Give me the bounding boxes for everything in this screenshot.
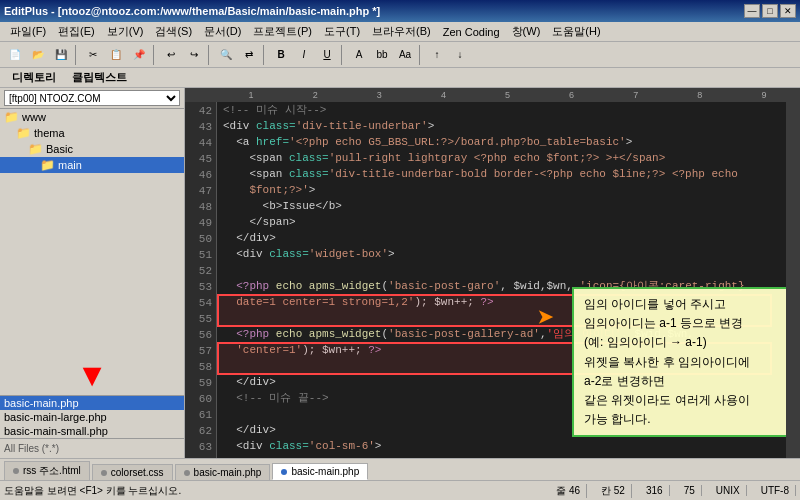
status-bar: 도움말을 보려면 <F1> 키를 누르십시오. 줄 46 칸 52 316 75… (0, 480, 800, 500)
btab-label-basic-main-1: basic-main.php (194, 467, 262, 478)
ruler-4: 4 (441, 90, 446, 100)
undo-button[interactable]: ↩ (160, 44, 182, 66)
window-title: EditPlus - [ntooz@ntooz.com:/www/thema/B… (4, 5, 380, 17)
code-line-42: <!-- 미슈 시작--> (223, 102, 786, 118)
folder-icon-thema: 📁 (16, 126, 31, 140)
folder-icon-main: 📁 (40, 158, 55, 172)
line-num-43: 43 (185, 119, 212, 135)
tb-extra-1[interactable]: A (348, 44, 370, 66)
cut-button[interactable]: ✂ (82, 44, 104, 66)
folder-icon: 📁 (4, 110, 19, 124)
code-line-52 (223, 262, 786, 278)
line-num-45: 45 (185, 151, 212, 167)
code-area[interactable]: 42 43 44 45 46 47 48 49 50 51 52 53 54 5… (185, 102, 800, 458)
code-content[interactable]: <!-- 미슈 시작--> <div class='div-title-unde… (217, 102, 786, 458)
tab-directory[interactable]: 디렉토리 (4, 70, 64, 85)
tb-extra-2[interactable]: bb (371, 44, 393, 66)
btab-basic-main-1[interactable]: basic-main.php (175, 464, 271, 480)
tooltip-arrow-icon: ➤ (537, 312, 555, 328)
btab-dot-rss (13, 468, 19, 474)
line-num-53: 53 (185, 279, 212, 295)
tree-item-www[interactable]: 📁 www (0, 109, 184, 125)
ruler-numbers: 1 2 3 4 5 6 7 8 9 (189, 90, 796, 100)
line-numbers: 42 43 44 45 46 47 48 49 50 51 52 53 54 5… (185, 102, 217, 458)
line-num-47: 47 (185, 183, 212, 199)
file-tree: 📁 www 📁 thema 📁 Basic 📁 main (0, 109, 184, 355)
find-button[interactable]: 🔍 (215, 44, 237, 66)
menu-edit[interactable]: 편집(E) (52, 22, 101, 41)
new-button[interactable]: 📄 (4, 44, 26, 66)
menu-doc[interactable]: 문서(D) (198, 22, 247, 41)
minimize-button[interactable]: — (744, 4, 760, 18)
menu-search[interactable]: 검색(S) (149, 22, 198, 41)
status-enc: UTF-8 (755, 485, 796, 496)
file-item-basic-main-large[interactable]: basic-main-large.php (0, 410, 184, 424)
toolbar-separator-1 (75, 45, 79, 65)
left-panel: [ftp00] NTOOZ.COM 📁 www 📁 thema 📁 Basic … (0, 88, 185, 458)
toolbar-separator-2 (153, 45, 157, 65)
bold-button[interactable]: B (270, 44, 292, 66)
line-num-57: 57 (185, 343, 212, 359)
btab-colorset[interactable]: colorset.css (92, 464, 173, 480)
line-num-54: 54 (185, 295, 212, 311)
code-line-47: $font;?>'> (223, 182, 786, 198)
tree-label-main: main (58, 159, 82, 171)
redo-button[interactable]: ↪ (183, 44, 205, 66)
code-line-46: <span class='div-title-underbar-bold bor… (223, 166, 786, 182)
line-num-55: 55 (185, 311, 212, 327)
menu-file[interactable]: 파일(F) (4, 22, 52, 41)
menu-window[interactable]: 창(W) (506, 22, 547, 41)
code-line-51: <div class='widget-box'> (223, 246, 786, 262)
code-line-63: <div class='col-sm-6'> (223, 438, 786, 454)
tree-item-thema[interactable]: 📁 thema (0, 125, 184, 141)
replace-button[interactable]: ⇄ (238, 44, 260, 66)
tb-extra-4[interactable]: ↑ (426, 44, 448, 66)
tree-item-basic[interactable]: 📁 Basic (0, 141, 184, 157)
btab-rss[interactable]: rss 주소.html (4, 461, 90, 480)
save-button[interactable]: 💾 (50, 44, 72, 66)
tab-cliptext[interactable]: 클립텍스트 (64, 70, 135, 85)
ruler-7: 7 (633, 90, 638, 100)
tree-item-main[interactable]: 📁 main (0, 157, 184, 173)
line-num-48: 48 (185, 199, 212, 215)
code-line-50: </div> (223, 230, 786, 246)
toolbar-separator-6 (419, 45, 423, 65)
maximize-button[interactable]: □ (762, 4, 778, 18)
menu-project[interactable]: 프로젝트(P) (247, 22, 318, 41)
editor-area[interactable]: 1 2 3 4 5 6 7 8 9 42 43 44 45 46 47 48 (185, 88, 800, 458)
status-row: 줄 46 (550, 484, 587, 498)
line-num-50: 50 (185, 231, 212, 247)
code-line-43: <div class='div-title-underbar'> (223, 118, 786, 134)
line-num-63: 63 (185, 439, 212, 455)
file-list: basic-main.php basic-main-large.php basi… (0, 395, 184, 438)
tb-extra-3[interactable]: Aa (394, 44, 416, 66)
line-num-60: 60 (185, 391, 212, 407)
arrow-area: ▼ (0, 355, 184, 395)
file-item-basic-main[interactable]: basic-main.php (0, 396, 184, 410)
ruler-3: 3 (377, 90, 382, 100)
tb-extra-5[interactable]: ↓ (449, 44, 471, 66)
scrollbar[interactable] (786, 102, 800, 458)
btab-dot-basic-main-1 (184, 470, 190, 476)
ftp-selector[interactable]: [ftp00] NTOOZ.COM (4, 90, 180, 106)
close-button[interactable]: ✕ (780, 4, 796, 18)
line-num-44: 44 (185, 135, 212, 151)
copy-button[interactable]: 📋 (105, 44, 127, 66)
menu-browser[interactable]: 브라우저(B) (366, 22, 437, 41)
down-arrow-icon: ▼ (76, 359, 108, 391)
underline-button[interactable]: U (316, 44, 338, 66)
btab-basic-main-2[interactable]: basic-main.php (272, 463, 368, 480)
open-button[interactable]: 📂 (27, 44, 49, 66)
menu-view[interactable]: 보기(V) (101, 22, 150, 41)
menu-help[interactable]: 도움말(H) (546, 22, 606, 41)
line-num-61: 61 (185, 407, 212, 423)
italic-button[interactable]: I (293, 44, 315, 66)
menu-zen[interactable]: Zen Coding (437, 24, 506, 40)
paste-button[interactable]: 📌 (128, 44, 150, 66)
title-bar: EditPlus - [ntooz@ntooz.com:/www/thema/B… (0, 0, 800, 22)
status-pos: 316 (640, 485, 670, 496)
menu-tools[interactable]: 도구(T) (318, 22, 366, 41)
line-num-49: 49 (185, 215, 212, 231)
btab-dot-colorset (101, 470, 107, 476)
file-item-basic-main-small[interactable]: basic-main-small.php (0, 424, 184, 438)
